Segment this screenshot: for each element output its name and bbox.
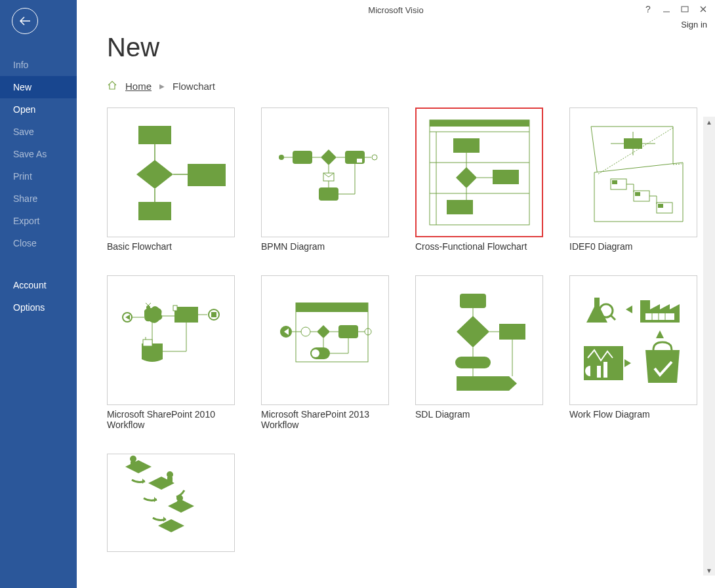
svg-line-93: [611, 315, 615, 320]
template-sharepoint-2013-workflow[interactable]: Microsoft SharePoint 2013 Workflow: [261, 275, 389, 430]
svg-rect-102: [603, 362, 607, 378]
template-label: Work Flow Diagram: [569, 409, 697, 420]
template-bpmn-diagram[interactable]: BPMN Diagram: [261, 108, 389, 252]
svg-rect-47: [635, 192, 640, 196]
sidebar-item-close[interactable]: Close: [0, 232, 77, 254]
svg-point-105: [130, 456, 136, 462]
sidebar-item-info[interactable]: Info: [0, 54, 77, 76]
template-sdl-diagram[interactable]: SDL Diagram: [415, 275, 543, 430]
svg-rect-2: [138, 126, 171, 144]
template-label: Microsoft SharePoint 2013 Workflow: [261, 409, 389, 430]
main-content: New Home ▶ Flowchart: [77, 0, 715, 588]
scroll-up-icon[interactable]: ▲: [703, 117, 715, 127]
svg-point-107: [167, 471, 173, 478]
svg-marker-111: [142, 479, 145, 484]
back-button[interactable]: [12, 8, 38, 34]
template-label: BPMN Diagram: [261, 241, 389, 252]
svg-rect-88: [455, 357, 491, 368]
template-sharepoint-2010-workflow[interactable]: Microsoft SharePoint 2010 Workflow: [107, 275, 235, 430]
svg-marker-51: [125, 315, 130, 320]
sidebar-item-saveas[interactable]: Save As: [0, 143, 77, 165]
template-label: Microsoft SharePoint 2010 Workflow: [107, 409, 235, 430]
scrollbar[interactable]: ▲ ▼: [703, 117, 715, 576]
svg-point-19: [372, 155, 377, 160]
svg-rect-58: [173, 305, 177, 311]
breadcrumb-home[interactable]: Home: [125, 81, 152, 92]
template-label: IDEF0 Diagram: [569, 241, 697, 252]
svg-marker-112: [154, 497, 157, 502]
svg-rect-27: [430, 120, 529, 127]
svg-rect-82: [460, 294, 486, 308]
home-icon: [107, 81, 117, 92]
template-isometric-workflow[interactable]: [107, 454, 235, 556]
svg-point-53: [146, 305, 150, 309]
svg-rect-57: [174, 307, 198, 323]
svg-point-81: [312, 349, 319, 357]
sidebar-item-export[interactable]: Export: [0, 210, 77, 232]
svg-point-72: [301, 327, 310, 336]
sidebar-item-new[interactable]: New: [0, 76, 77, 98]
svg-rect-86: [499, 324, 525, 340]
svg-rect-23: [319, 187, 338, 201]
svg-marker-74: [317, 325, 330, 338]
svg-rect-49: [658, 204, 663, 208]
svg-marker-5: [136, 160, 173, 189]
svg-rect-17: [357, 159, 362, 163]
sidebar-item-account[interactable]: Account: [0, 274, 77, 296]
svg-rect-38: [447, 200, 473, 214]
svg-marker-99: [656, 330, 664, 338]
svg-marker-91: [457, 376, 517, 391]
template-label: Cross-Functional Flowchart: [415, 241, 543, 252]
svg-line-54: [146, 303, 148, 305]
svg-marker-94: [626, 305, 632, 313]
sidebar-item-save[interactable]: Save: [0, 121, 77, 143]
svg-rect-68: [296, 303, 368, 312]
template-basic-flowchart[interactable]: Basic Flowchart: [107, 108, 235, 252]
svg-rect-63: [143, 340, 152, 346]
sidebar-item-open[interactable]: Open: [0, 98, 77, 121]
svg-rect-45: [612, 180, 617, 184]
svg-rect-12: [293, 151, 312, 164]
svg-marker-104: [125, 460, 152, 473]
breadcrumb: Home ▶ Flowchart: [107, 81, 715, 92]
page-title: New: [107, 33, 715, 62]
sidebar-item-print[interactable]: Print: [0, 165, 77, 187]
svg-rect-9: [138, 202, 171, 220]
svg-rect-61: [211, 312, 216, 317]
template-label: Basic Flowchart: [107, 241, 235, 252]
svg-marker-103: [624, 359, 631, 367]
template-label: SDL Diagram: [415, 409, 543, 420]
breadcrumb-current: Flowchart: [173, 81, 215, 92]
svg-rect-32: [453, 138, 480, 153]
svg-rect-7: [188, 164, 226, 186]
template-work-flow-diagram[interactable]: Work Flow Diagram: [569, 275, 697, 430]
svg-point-10: [279, 155, 284, 160]
svg-marker-14: [321, 149, 337, 165]
svg-rect-76: [338, 325, 358, 338]
svg-rect-95: [645, 313, 674, 320]
sidebar: Info New Open Save Save As Print Share E…: [0, 0, 77, 588]
svg-marker-34: [456, 167, 477, 188]
template-cross-functional-flowchart[interactable]: Cross-Functional Flowchart: [415, 108, 543, 252]
back-arrow-icon: [18, 16, 31, 26]
scroll-down-icon[interactable]: ▼: [703, 565, 715, 576]
svg-rect-39: [624, 138, 642, 149]
sidebar-item-share[interactable]: Share: [0, 187, 77, 210]
svg-rect-36: [493, 170, 519, 184]
svg-rect-101: [597, 366, 601, 378]
template-idef0-diagram[interactable]: IDEF0 Diagram: [569, 108, 697, 252]
svg-marker-113: [163, 517, 166, 522]
svg-line-55: [148, 303, 151, 305]
svg-marker-84: [457, 316, 489, 347]
sidebar-item-options[interactable]: Options: [0, 296, 77, 319]
template-gallery: Basic Flowchart: [107, 108, 715, 556]
breadcrumb-separator-icon: ▶: [159, 83, 165, 90]
